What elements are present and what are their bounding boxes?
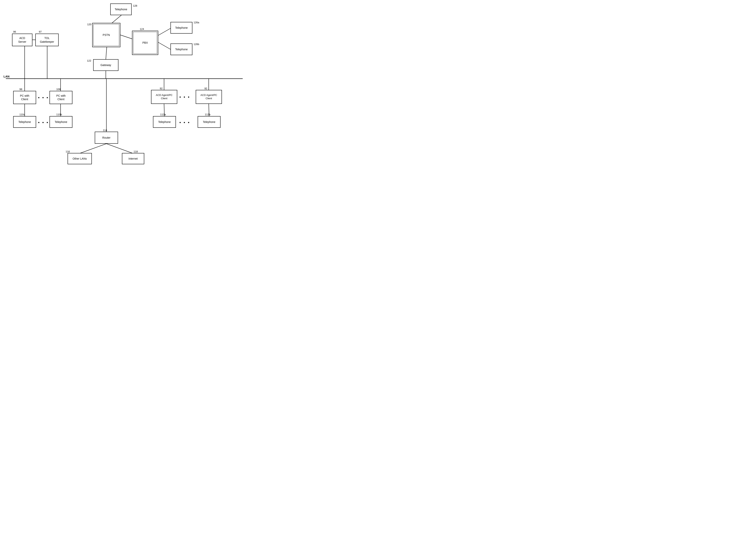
pstn: PSTN xyxy=(92,23,120,47)
lan-label: LAN xyxy=(3,75,10,78)
ellipsis-acd: • • • xyxy=(179,95,190,100)
acd-server: ACD Server xyxy=(12,34,32,46)
svg-line-0 xyxy=(112,15,121,23)
gateway: Gateway xyxy=(93,59,118,71)
ref-92a: 92 xyxy=(160,87,162,90)
ref-122: 122 xyxy=(87,59,91,62)
ref-98: 98 xyxy=(19,88,22,91)
ref-112b: 112b xyxy=(205,113,210,116)
ellipsis-tel-112: • • • xyxy=(179,120,190,125)
telephone-126a: Telephone xyxy=(170,22,192,34)
router: Router xyxy=(95,132,118,144)
telephone-112b: Telephone xyxy=(198,116,221,128)
ref-114: 114 xyxy=(103,129,107,132)
ref-128: 128 xyxy=(133,4,137,7)
ellipsis-pc: • • • xyxy=(38,95,49,100)
acd-agent-92b: ACD Agent/PC Client xyxy=(196,90,222,104)
network-diagram: Telephone 128 PSTN 120 PBX 124 Telephone… xyxy=(0,0,252,183)
telephone-110b: Telephone xyxy=(50,116,72,128)
acd-agent-92a: ACD Agent/PC Client xyxy=(151,90,177,104)
ref-126a: 126a xyxy=(194,21,199,24)
ref-124: 124 xyxy=(140,28,144,30)
ref-120: 120 xyxy=(87,23,91,26)
pc-client-108: PC with Client xyxy=(50,91,72,104)
ref-110a: 110a xyxy=(19,113,25,116)
svg-line-4 xyxy=(106,47,107,59)
telephone-126b: Telephone xyxy=(170,43,192,55)
ref-126b: 126b xyxy=(194,43,199,46)
svg-line-19 xyxy=(80,144,106,153)
svg-line-20 xyxy=(106,144,133,153)
ref-110b: 110b xyxy=(56,113,62,116)
ref-116: 116 xyxy=(66,150,70,153)
svg-line-2 xyxy=(157,28,171,36)
telephone-112a: Telephone xyxy=(153,116,176,128)
svg-line-3 xyxy=(157,42,171,50)
ref-118: 118 xyxy=(134,150,138,153)
ref-92b: 92 xyxy=(204,87,207,90)
ellipsis-tel-110: • • • xyxy=(38,120,49,125)
svg-line-1 xyxy=(120,35,132,39)
internet: Internet xyxy=(122,153,144,164)
tol-gatekeeper: TOL Gatekeeper xyxy=(35,34,59,46)
ref-97: 97 xyxy=(39,30,42,33)
pc-client-98: PC with Client xyxy=(13,91,36,104)
telephone-110a: Telephone xyxy=(13,116,36,128)
other-lans: Other LANs xyxy=(68,153,92,164)
pbx: PBX xyxy=(132,31,158,55)
ref-96: 96 xyxy=(13,30,16,33)
ref-108: 108 xyxy=(56,88,61,91)
telephone-128: Telephone xyxy=(110,3,132,15)
ref-112a: 112a xyxy=(160,113,166,116)
